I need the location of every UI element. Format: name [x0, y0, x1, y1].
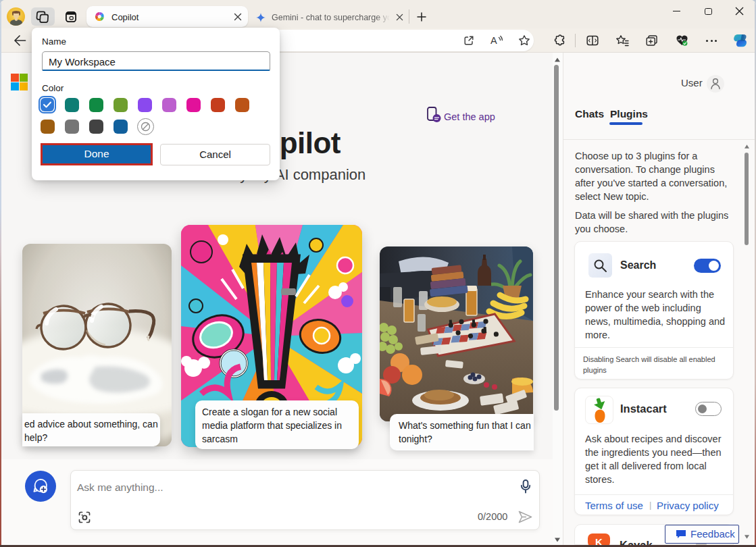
- svg-text:A: A: [490, 35, 497, 46]
